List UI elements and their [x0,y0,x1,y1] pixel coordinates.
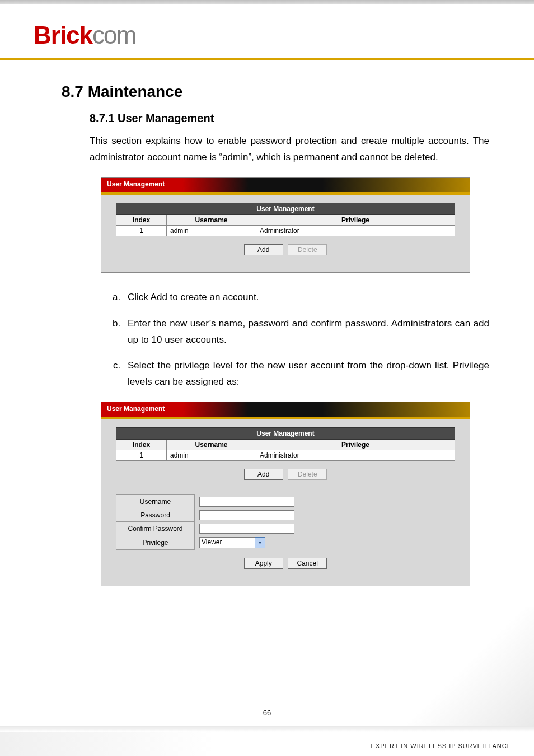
user-table-2: User Management Index Username Privilege… [116,427,455,461]
label-confirm-password: Confirm Password [116,522,195,535]
label-privilege: Privilege [116,535,195,550]
privilege-select[interactable]: Viewer ▾ [199,537,265,548]
panel-screenshot-1: User Management User Management Index Us… [101,177,478,273]
add-button-2[interactable]: Add [244,469,283,480]
label-username: Username [116,495,195,508]
heading-maintenance: 8.7 Maintenance [62,83,489,101]
panel-screenshot-2: User Management User Management Index Us… [101,402,478,586]
cell-privilege: Administrator [256,225,455,236]
confirm-password-field[interactable] [199,524,294,534]
cell-username-2: admin [167,450,256,461]
step-a: Click Add to create an account. [123,290,489,306]
step-b: Enter the new user’s name, password and … [123,316,489,348]
username-field[interactable] [199,497,294,507]
table-row[interactable]: 1 admin Administrator [116,450,455,461]
chevron-down-icon: ▾ [255,537,265,548]
table-row[interactable]: 1 admin Administrator [116,225,455,236]
brand-brick: Brick [34,21,92,49]
steps-list: Click Add to create an account. Enter th… [123,290,489,390]
panel-title-2: User Management [101,402,470,417]
col-username: Username [167,214,256,225]
page-top-strip [0,0,534,4]
col-privilege: Privilege [256,214,455,225]
cell-privilege-2: Administrator [256,450,455,461]
delete-button-2: Delete [288,469,327,480]
cell-index-2: 1 [116,450,167,461]
user-table: User Management Index Username Privilege… [116,203,455,236]
col-privilege-2: Privilege [256,440,455,450]
intro-paragraph: This section explains how to enable pass… [90,133,489,166]
table-group-header-2: User Management [116,428,455,440]
table-group-header: User Management [116,203,455,214]
col-index-2: Index [116,440,167,450]
brand-com: com [92,21,135,49]
add-button[interactable]: Add [244,244,283,255]
page-content: 8.7 Maintenance 8.7.1 User Management Th… [0,60,534,586]
col-index: Index [116,214,167,225]
cancel-button[interactable]: Cancel [288,558,327,569]
label-password: Password [116,508,195,522]
privilege-selected-value: Viewer [199,537,255,548]
cell-index: 1 [116,225,167,236]
delete-button: Delete [288,244,327,255]
panel-title: User Management [101,178,470,192]
heading-user-management: 8.7.1 User Management [90,112,489,125]
footer-bar: EXPERT IN WIRELESS IP SURVEILLANCE [0,730,534,756]
apply-button[interactable]: Apply [244,558,283,569]
step-c: Select the privilege level for the new u… [123,358,489,390]
page-number: 66 [0,708,534,717]
col-username-2: Username [167,440,256,450]
cell-username: admin [167,225,256,236]
brand-bar: Brickcom [0,4,534,60]
footer-text: EXPERT IN WIRELESS IP SURVEILLANCE [371,743,512,749]
add-user-form: Username Password Confirm Password Privi… [116,494,299,550]
password-field[interactable] [199,510,294,520]
